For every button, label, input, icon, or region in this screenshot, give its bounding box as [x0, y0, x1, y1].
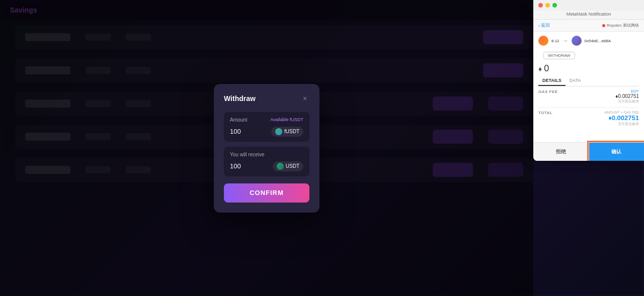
receive-value: 100 [230, 162, 241, 170]
amount-label: Amount [230, 117, 247, 123]
transfer-arrow: → [562, 37, 569, 44]
eth-amount-display: ♦ 0 [533, 61, 644, 76]
receive-label-row: You will receive [230, 152, 303, 157]
network-label: Ropsten 测试网络 [607, 23, 639, 28]
withdraw-badge: WITHDRAW [543, 52, 575, 59]
fusdt-icon [275, 128, 282, 135]
back-button[interactable]: ‹ 返回 [538, 22, 550, 29]
withdraw-modal: Withdraw × Amount Available fUSDT 100 fU… [214, 84, 319, 213]
withdraw-badge-container: WITHDRAW [533, 50, 644, 61]
metamask-nav: ‹ 返回 Ropsten 测试网络 [533, 20, 644, 32]
minimize-dot[interactable] [545, 3, 550, 8]
modal-header: Withdraw × [224, 94, 309, 103]
transfer-row: 8.12 → 0x54bE...e88A [533, 32, 644, 50]
to-avatar [572, 36, 582, 46]
from-address: 8.12 [551, 39, 559, 43]
receive-section: You will receive 100 USDT [224, 147, 309, 176]
amount-input-row: 100 fUSDT [230, 127, 303, 137]
network-indicator: Ropsten 测试网络 [602, 23, 639, 28]
available-link[interactable]: Available fUSDT [270, 117, 303, 122]
gas-fee-values: EDIT ♦0.002751 无可用兑换率 [615, 89, 639, 104]
amount-value: 100 [230, 128, 241, 135]
amount-gas-label: AMOUNT + GAS FEE [604, 111, 639, 114]
from-token-label: fUSDT [284, 129, 299, 134]
eth-value: 0 [544, 63, 549, 74]
receive-input-row: 100 USDT [230, 161, 303, 171]
confirm-button[interactable]: CONFIRM [224, 183, 309, 203]
tab-details[interactable]: DETAILS [538, 76, 566, 86]
close-dot[interactable] [538, 3, 543, 8]
metamask-details: GAS FEE EDIT ♦0.002751 无可用兑换率 TOTAL AMOU… [533, 86, 644, 133]
gas-fee-label: GAS FEE [538, 89, 558, 94]
network-status-dot [602, 24, 605, 27]
modal-overlay: Withdraw × Amount Available fUSDT 100 fU… [0, 0, 533, 296]
metamask-confirm-button[interactable]: 确认 [589, 143, 645, 161]
gas-fee-eth: ♦0.002751 [615, 93, 639, 99]
metamask-actions: 拒绝 确认 [533, 142, 644, 161]
total-values: AMOUNT + GAS FEE ♦0.002751 无可用兑换率 [604, 111, 639, 127]
to-token-label: USDT [286, 163, 299, 169]
edit-link[interactable]: EDIT [615, 89, 639, 93]
total-eth: ♦0.002751 [604, 114, 639, 122]
to-token-badge: USDT [273, 161, 303, 171]
total-label: TOTAL [538, 111, 552, 115]
usdt-icon [277, 163, 284, 170]
gas-fee-rate: 无可用兑换率 [615, 99, 639, 104]
metamask-title: MetaMask Notification [533, 11, 644, 20]
receive-label: You will receive [230, 152, 265, 157]
total-row: TOTAL AMOUNT + GAS FEE ♦0.002751 无可用兑换率 [538, 111, 639, 127]
metamask-panel: MetaMask Notification ‹ 返回 Ropsten 测试网络 … [533, 0, 644, 161]
close-button[interactable]: × [300, 94, 309, 103]
from-token-badge: fUSDT [271, 127, 303, 137]
traffic-lights [533, 0, 644, 11]
metamask-tabs: DETAILS DATA [538, 76, 639, 86]
metamask-cancel-button[interactable]: 拒绝 [533, 143, 589, 161]
tab-data[interactable]: DATA [566, 76, 585, 86]
amount-section: Amount Available fUSDT 100 fUSDT [224, 112, 309, 142]
divider [538, 107, 639, 108]
eth-diamond: ♦ [538, 65, 542, 73]
from-avatar [538, 36, 548, 46]
to-address: 0x54bE...e88A [585, 39, 611, 43]
amount-label-row: Amount Available fUSDT [230, 117, 303, 123]
modal-title: Withdraw [224, 94, 256, 103]
gas-fee-row: GAS FEE EDIT ♦0.002751 无可用兑换率 [538, 89, 639, 104]
total-rate: 无可用兑换率 [604, 122, 639, 127]
maximize-dot[interactable] [552, 3, 557, 8]
